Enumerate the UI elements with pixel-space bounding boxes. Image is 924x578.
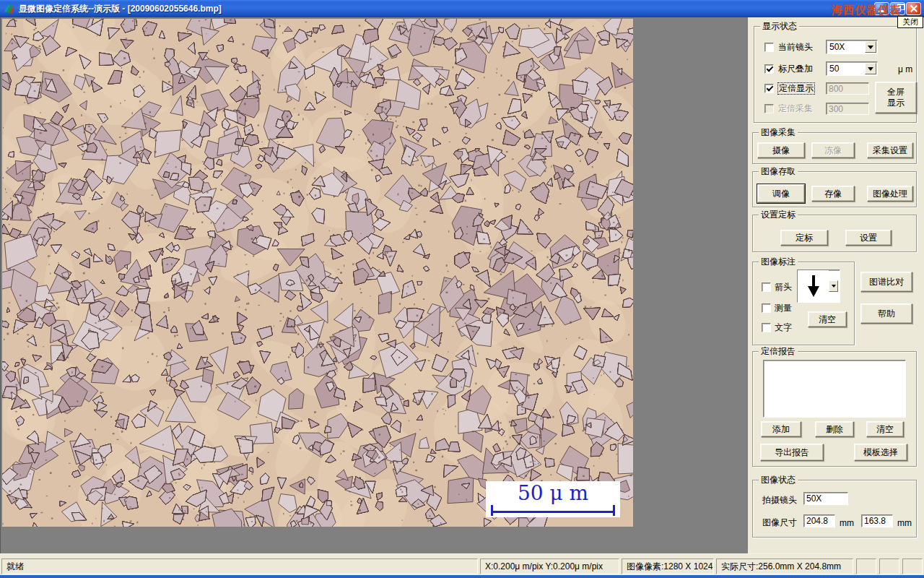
report-add-button[interactable]: 添加 [761,421,801,437]
report-listbox[interactable] [763,360,906,418]
freeze-button: 冻像 [811,142,855,158]
fixed-display-label: 定倍显示 [778,83,814,94]
group-report-title: 定倍报告 [759,346,798,357]
current-lens-select[interactable]: 50X [826,40,878,54]
text-checkbox[interactable] [762,323,771,332]
ruler-value-select[interactable]: 50 [826,61,878,76]
fixed-display-checkbox[interactable] [764,84,774,93]
fullscreen-button[interactable]: 全屏 显示 [875,82,917,113]
scale-bar-line [491,511,615,513]
report-delete-button[interactable]: 删除 [815,421,854,437]
current-lens-checkbox[interactable] [764,43,774,52]
group-calibration: 设置定标 定标 设置 [752,215,917,252]
group-calibration-title: 设置定标 [759,210,798,220]
arrow-label: 箭头 [775,282,792,293]
shoot-lens-label: 拍摄镜头 [762,495,797,506]
current-lens-label: 当前镜头 [778,42,813,53]
status-spare-2 [879,558,899,574]
status-spare-1 [856,558,876,574]
image-client-area: 50 μ m [0,17,748,553]
group-annotation-title: 图像标注 [759,256,798,267]
group-annotation: 图像标注 箭头 测量 文字 清空 [752,262,855,345]
close-button[interactable] [906,2,921,15]
image-width-unit: mm [840,518,854,529]
group-image-state-title: 图像状态 [759,475,798,486]
ruler-unit-label: μ m [898,64,912,75]
group-image-state: 图像状态 拍摄镜头 图像尺寸 mm mm [752,480,917,538]
capture-settings-button[interactable]: 采集设置 [867,142,913,158]
atlas-compare-button[interactable]: 图谱比对 [860,272,912,292]
group-display-status-title: 显示状态 [760,21,799,32]
export-report-button[interactable]: 导出报告 [760,444,824,461]
group-image-storage-title: 图像存取 [759,166,798,177]
ruler-overlay-label: 标尺叠加 [778,64,813,74]
shoot-button[interactable]: 摄像 [757,142,805,158]
down-arrow-icon [798,270,829,302]
group-image-capture: 图像采集 摄像 冻像 采集设置 [752,132,917,164]
fixed-capture-checkbox [764,104,774,113]
measure-label: 测量 [775,303,792,314]
save-image-button[interactable]: 存像 [811,186,855,202]
image-height-value [861,514,893,527]
text-label: 文字 [775,322,792,333]
group-image-capture-title: 图像采集 [759,127,798,138]
scale-bar: 50 μ m [486,481,620,517]
image-height-unit: mm [897,518,912,529]
image-process-button[interactable]: 图像处理 [867,186,913,202]
status-bar: 就绪 X:0.200μ m/pix Y:0.200μ m/pix 图像像素:12… [0,553,924,575]
chevron-down-icon[interactable] [865,63,876,74]
chevron-down-icon[interactable] [865,41,876,53]
group-display-status: 显示状态 当前镜头 50X 标尺叠加 50 μ m 定倍显示 定倍采集 全屏 显… [754,26,917,123]
group-image-storage: 图像存取 调像 存像 图像处理 [752,171,917,207]
status-pixel-scale: X:0.200μ m/pix Y:0.200μ m/pix [480,558,619,574]
image-size-label: 图像尺寸 [762,517,797,528]
micrograph-viewport: 50 μ m [2,19,633,527]
status-image-pixels: 图像像素:1280 X 1024 [622,558,714,574]
window-border-bottom [0,575,924,578]
clear-annotation-button[interactable]: 清空 [808,311,847,327]
app-icon [4,3,15,14]
group-report: 定倍报告 添加 删除 清空 导出报告 模板选择 [752,351,917,467]
status-spare-3 [902,558,923,574]
fixed-capture-input [826,103,869,115]
window-title: 显微图像定倍系统--演示版 - [20090602055646.bmp] [19,0,222,17]
ruler-overlay-checkbox[interactable] [764,64,774,74]
fixed-capture-label: 定倍采集 [778,103,813,114]
status-ready: 就绪 [1,558,478,574]
chevron-down-icon[interactable] [829,280,838,292]
load-image-button[interactable]: 调像 [757,184,805,203]
brand-watermark: 海西仪器仪表 [832,4,901,17]
help-button[interactable]: 帮助 [860,303,912,324]
report-clear-button[interactable]: 清空 [866,421,904,437]
fixed-display-input [826,82,869,95]
app-window: 显微图像定倍系统--演示版 - [20090602055646.bmp] 海西仪… [0,0,924,578]
arrow-style-select[interactable] [797,269,840,303]
template-select-button[interactable]: 模板选择 [854,444,907,461]
titlebar: 显微图像定倍系统--演示版 - [20090602055646.bmp] 海西仪… [0,0,924,17]
close-tooltip: 关闭 [897,16,923,28]
arrow-checkbox[interactable] [762,282,771,292]
shoot-lens-value [803,492,848,505]
scale-bar-label: 50 μ m [486,481,620,505]
image-width-value [803,514,835,527]
calib-settings-button[interactable]: 设置 [845,230,892,246]
measure-checkbox[interactable] [762,303,771,313]
micrograph-image [2,19,633,527]
control-panel: 显示状态 当前镜头 50X 标尺叠加 50 μ m 定倍显示 定倍采集 全屏 显… [748,17,924,553]
calibrate-button[interactable]: 定标 [780,230,828,246]
status-real-size: 实际尺寸:256.0mm X 204.8mm [716,558,853,574]
